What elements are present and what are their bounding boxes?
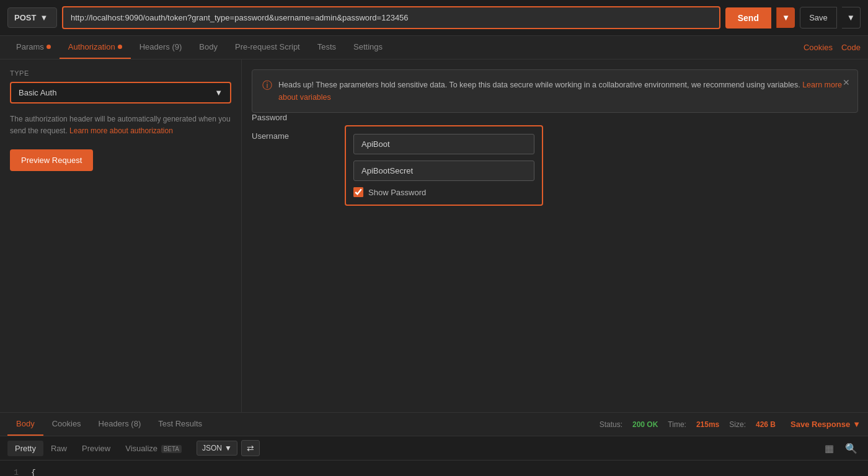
response-tab-bar: Body Cookies Headers (8) Test Results St… bbox=[0, 412, 868, 436]
left-panel: TYPE Basic Auth ▼ The authorization head… bbox=[0, 60, 242, 412]
tab-settings[interactable]: Settings bbox=[345, 36, 391, 59]
save-dropdown-button[interactable]: ▼ bbox=[842, 7, 861, 29]
status-label: Status: bbox=[600, 420, 622, 429]
json-format-chevron-icon: ▼ bbox=[224, 444, 232, 452]
info-banner-text: Heads up! These parameters hold sensitiv… bbox=[278, 79, 848, 104]
username-label: Username bbox=[252, 125, 339, 141]
time-label: Time: bbox=[668, 420, 686, 429]
format-bar: Pretty Raw Preview Visualize BETA JSON ▼… bbox=[0, 436, 868, 461]
save-response-chevron-icon: ▼ bbox=[852, 420, 861, 429]
info-close-icon[interactable]: ✕ bbox=[843, 77, 850, 87]
format-tab-pretty[interactable]: Pretty bbox=[7, 441, 43, 456]
send-button[interactable]: Send bbox=[725, 7, 771, 29]
code-link[interactable]: Code bbox=[841, 43, 861, 52]
response-tab-test-results-label: Test Results bbox=[158, 419, 202, 428]
method-select[interactable]: POST ▼ bbox=[7, 7, 57, 28]
method-chevron-icon: ▼ bbox=[40, 13, 48, 22]
code-line-1: 1 { bbox=[0, 467, 868, 476]
type-label: TYPE bbox=[10, 69, 231, 77]
tab-headers[interactable]: Headers (9) bbox=[131, 36, 191, 59]
size-label: Size: bbox=[729, 420, 746, 429]
right-panel: ⓘ Heads up! These parameters hold sensit… bbox=[242, 60, 868, 412]
response-meta: Status: 200 OK Time: 215ms Size: 426 B S… bbox=[600, 420, 861, 429]
status-value: 200 OK bbox=[632, 420, 658, 429]
tab-params[interactable]: Params bbox=[7, 36, 60, 59]
tab-bar-right: Cookies Code bbox=[804, 43, 861, 52]
format-right: ▦ 🔍 bbox=[822, 441, 861, 456]
send-dropdown-button[interactable]: ▼ bbox=[776, 7, 795, 28]
response-tab-body-label: Body bbox=[16, 419, 35, 428]
json-format-select[interactable]: JSON ▼ bbox=[197, 441, 237, 456]
response-tab-cookies-label: Cookies bbox=[52, 419, 81, 428]
size-value: 426 B bbox=[756, 420, 776, 429]
info-banner-main-text: Heads up! These parameters hold sensitiv… bbox=[278, 81, 802, 89]
type-select-value: Basic Auth bbox=[19, 88, 56, 97]
json-format-label: JSON bbox=[202, 444, 222, 452]
info-banner: ⓘ Heads up! These parameters hold sensit… bbox=[252, 69, 858, 113]
response-tab-headers[interactable]: Headers (8) bbox=[90, 413, 150, 436]
username-input[interactable] bbox=[353, 134, 534, 154]
learn-more-link[interactable]: Learn more about authorization bbox=[69, 126, 173, 135]
auth-description: The authorization header will be automat… bbox=[10, 113, 231, 137]
tab-pre-request-script-label: Pre-request Script bbox=[235, 42, 300, 51]
top-bar: POST ▼ Send ▼ Save ▼ bbox=[0, 0, 868, 36]
show-password-label: Show Password bbox=[368, 188, 426, 197]
line-content-1: { bbox=[31, 468, 36, 476]
beta-badge: BETA bbox=[161, 445, 182, 453]
save-response-button[interactable]: Save Response ▼ bbox=[790, 420, 861, 429]
tab-tests-label: Tests bbox=[317, 42, 336, 51]
tab-settings-label: Settings bbox=[353, 42, 383, 51]
credentials-box: Show Password bbox=[345, 125, 543, 206]
code-area: 1 { 2 "access_token": "d9cb97ee-d1bf-42e… bbox=[0, 461, 868, 476]
save-button[interactable]: Save bbox=[800, 7, 837, 29]
response-tab-cookies[interactable]: Cookies bbox=[43, 413, 90, 436]
username-input-wrapper: Show Password bbox=[345, 125, 858, 206]
tab-body-label: Body bbox=[199, 42, 218, 51]
auth-fields-section: Username Show Password Password bbox=[252, 125, 858, 212]
info-icon: ⓘ bbox=[262, 79, 272, 92]
format-tab-preview[interactable]: Preview bbox=[74, 441, 118, 456]
preview-request-button[interactable]: Preview Request bbox=[10, 149, 93, 171]
tab-authorization[interactable]: Authorization bbox=[60, 36, 131, 59]
response-tab-test-results[interactable]: Test Results bbox=[149, 413, 211, 436]
line-number-1: 1 bbox=[0, 468, 31, 476]
params-dot bbox=[46, 45, 51, 49]
main-content: TYPE Basic Auth ▼ The authorization head… bbox=[0, 60, 868, 412]
tab-headers-label: Headers (9) bbox=[140, 42, 182, 51]
show-password-checkbox[interactable] bbox=[353, 187, 363, 197]
format-tab-visualize[interactable]: Visualize BETA bbox=[118, 441, 189, 456]
time-value: 215ms bbox=[696, 420, 719, 429]
method-label: POST bbox=[14, 13, 36, 22]
authorization-dot bbox=[118, 45, 122, 49]
url-input[interactable] bbox=[63, 7, 719, 28]
tab-body[interactable]: Body bbox=[190, 36, 226, 59]
type-select-chevron-icon: ▼ bbox=[215, 88, 223, 97]
url-input-wrapper bbox=[62, 6, 720, 29]
save-response-label: Save Response bbox=[790, 420, 850, 429]
password-input[interactable] bbox=[353, 161, 534, 181]
cookies-link[interactable]: Cookies bbox=[804, 43, 833, 52]
tab-authorization-label: Authorization bbox=[68, 42, 115, 51]
type-select[interactable]: Basic Auth ▼ bbox=[10, 82, 231, 104]
tab-pre-request-script[interactable]: Pre-request Script bbox=[226, 36, 309, 59]
wrap-button[interactable]: ⇄ bbox=[241, 440, 260, 456]
format-tab-raw[interactable]: Raw bbox=[43, 441, 74, 456]
response-tab-headers-label: Headers (8) bbox=[99, 419, 141, 428]
response-tab-body[interactable]: Body bbox=[7, 413, 43, 436]
tab-tests[interactable]: Tests bbox=[309, 36, 345, 59]
copy-button[interactable]: ▦ bbox=[822, 441, 837, 456]
tab-params-label: Params bbox=[16, 42, 44, 51]
search-button[interactable]: 🔍 bbox=[842, 441, 861, 456]
request-tab-bar: Params Authorization Headers (9) Body Pr… bbox=[0, 36, 868, 60]
show-password-row: Show Password bbox=[353, 187, 534, 197]
